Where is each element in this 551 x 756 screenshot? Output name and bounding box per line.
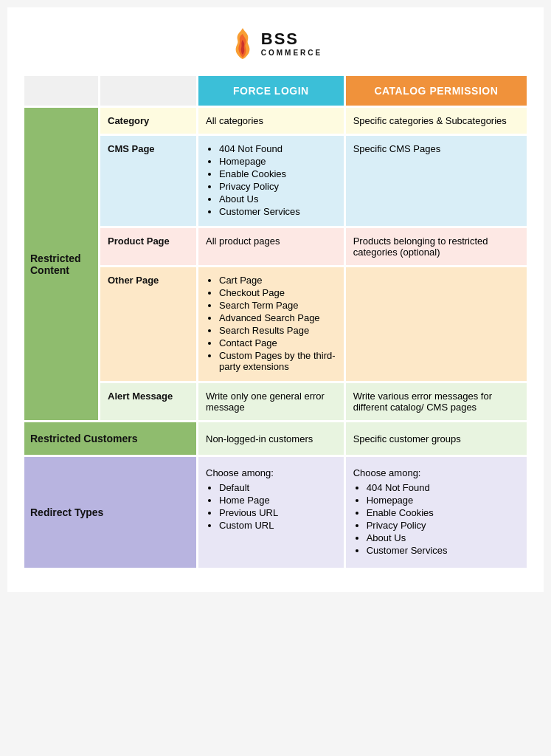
redirect-types-force-cell: Choose among: Default Home Page Previous…: [198, 457, 344, 568]
header-catalog-permission: CATALOG PERMISSION: [346, 76, 527, 106]
list-item: Previous URL: [219, 507, 336, 518]
list-item: 404 Not Found: [219, 143, 336, 154]
list-item: Cart Page: [219, 275, 336, 286]
list-item: Customer Services: [367, 545, 519, 556]
list-item: Homepage: [219, 156, 336, 167]
cms-page-catalog-cell: Specific CMS Pages: [346, 136, 527, 226]
redirect-types-catalog-list: 404 Not Found Homepage Enable Cookies Pr…: [353, 482, 519, 556]
category-force-cell: All categories: [198, 108, 344, 134]
table-row-restricted-customers: Restricted Customers Non-logged-in custo…: [24, 422, 527, 455]
list-item: Homepage: [367, 495, 519, 506]
list-item: Search Results Page: [219, 325, 336, 336]
alert-message-force-cell: Write only one general error message: [198, 383, 344, 420]
other-page-force-cell: Cart Page Checkout Page Search Term Page…: [198, 267, 344, 381]
table-row-other-page: Other Page Cart Page Checkout Page Searc…: [24, 267, 527, 381]
other-page-sub-label: Other Page: [100, 267, 196, 381]
list-item: Custom Pages by the third-party extensio…: [219, 350, 336, 372]
product-page-force-cell: All product pages: [198, 228, 344, 265]
redirect-catalog-choose-label: Choose among:: [353, 467, 519, 478]
redirect-types-label: Redirect Types: [24, 457, 196, 568]
redirect-force-choose-label: Choose among:: [206, 467, 336, 478]
list-item: Contact Page: [219, 337, 336, 348]
list-item: Search Term Page: [219, 300, 336, 311]
other-page-force-list: Cart Page Checkout Page Search Term Page…: [206, 275, 336, 372]
list-item: Customer Services: [219, 206, 336, 217]
list-item: About Us: [219, 193, 336, 205]
cms-page-sub-label: CMS Page: [100, 136, 196, 226]
list-item: Privacy Policy: [367, 520, 519, 531]
table-row-alert-message: Alert Message Write only one general err…: [24, 383, 527, 420]
category-catalog-cell: Specific categories & Subcategories: [346, 108, 527, 134]
list-item: Checkout Page: [219, 287, 336, 298]
product-page-catalog-cell: Products belonging to restricted categor…: [346, 228, 527, 265]
table-row-product-page: Product Page All product pages Products …: [24, 228, 527, 265]
restricted-customers-catalog-cell: Specific customer groups: [346, 422, 527, 455]
header-force-login: FORCE LOGIN: [198, 76, 344, 106]
list-item: Advanced Search Page: [219, 312, 336, 323]
table-row-redirect-types: Redirect Types Choose among: Default Hom…: [24, 457, 527, 568]
list-item: Enable Cookies: [219, 168, 336, 179]
logo-area: BSS COMMERCE: [22, 19, 529, 74]
logo-bss-label: BSS: [261, 30, 322, 48]
restricted-content-label: Restricted Content: [24, 108, 98, 420]
list-item: Default: [219, 482, 336, 493]
logo-commerce-label: COMMERCE: [261, 49, 322, 57]
list-item: Privacy Policy: [219, 181, 336, 192]
product-page-sub-label: Product Page: [100, 228, 196, 265]
page-container: BSS COMMERCE FORCE LOGIN CATALOG PERMISS…: [7, 7, 544, 592]
bss-logo-icon: [229, 27, 257, 61]
other-page-catalog-cell: [346, 267, 527, 381]
logo-text: BSS COMMERCE: [261, 30, 322, 56]
table-row-cms-page: CMS Page 404 Not Found Homepage Enable C…: [24, 136, 527, 226]
comparison-table: FORCE LOGIN CATALOG PERMISSION Restricte…: [22, 74, 529, 570]
list-item: Home Page: [219, 495, 336, 506]
table-row-category: Restricted Content Category All categori…: [24, 108, 527, 134]
list-item: Enable Cookies: [367, 507, 519, 518]
restricted-customers-force-cell: Non-logged-in customers: [198, 422, 344, 455]
restricted-customers-label: Restricted Customers: [24, 422, 196, 455]
alert-message-catalog-cell: Write various error messages for differe…: [346, 383, 527, 420]
alert-message-sub-label: Alert Message: [100, 383, 196, 420]
category-sub-label: Category: [100, 108, 196, 134]
redirect-types-force-list: Default Home Page Previous URL Custom UR…: [206, 482, 336, 531]
cms-page-force-list: 404 Not Found Homepage Enable Cookies Pr…: [206, 143, 336, 217]
list-item: About Us: [367, 532, 519, 543]
list-item: 404 Not Found: [367, 482, 519, 493]
header-empty1: [24, 76, 98, 106]
list-item: Custom URL: [219, 520, 336, 531]
cms-page-force-cell: 404 Not Found Homepage Enable Cookies Pr…: [198, 136, 344, 226]
redirect-types-catalog-cell: Choose among: 404 Not Found Homepage Ena…: [346, 457, 527, 568]
header-empty2: [100, 76, 196, 106]
